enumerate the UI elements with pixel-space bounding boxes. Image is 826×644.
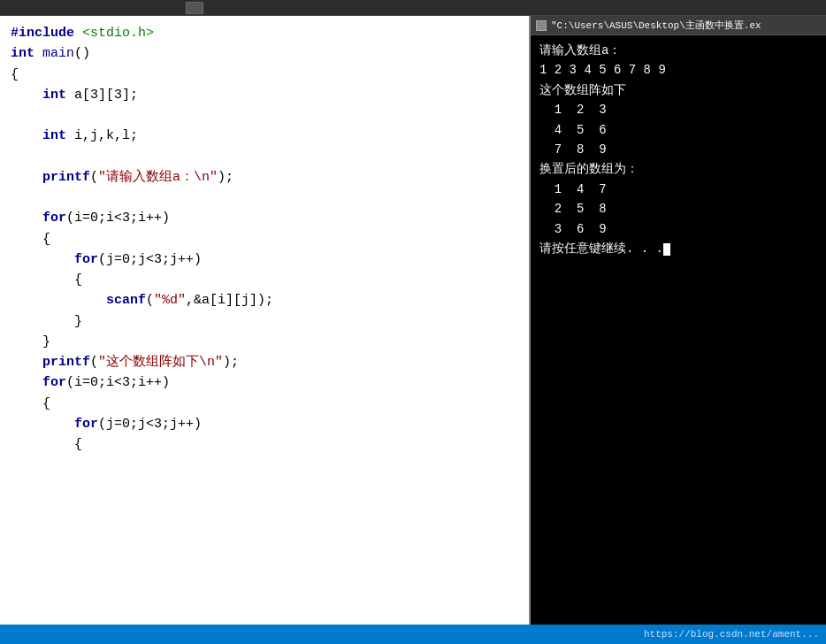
terminal-line-6: 7 8 9 bbox=[539, 142, 607, 157]
main-area: #include <stdio.h> int main() { int a[3]… bbox=[0, 16, 826, 625]
keyword-printf-1: printf bbox=[42, 170, 90, 185]
terminal-cursor bbox=[663, 243, 670, 256]
terminal-line-8: 1 4 7 bbox=[539, 182, 607, 196]
terminal-title: "C:\Users\ASUS\Desktop\主函数中换置.ex bbox=[551, 19, 761, 32]
top-bar bbox=[0, 0, 826, 16]
keyword-for-2: for bbox=[74, 252, 98, 267]
terminal-icon bbox=[536, 20, 547, 31]
terminal-line-11: 请按任意键继续. . . bbox=[539, 242, 670, 256]
keyword-int-a: int bbox=[42, 88, 66, 103]
terminal-line-10: 3 6 9 bbox=[539, 222, 607, 236]
code-content: #include <stdio.h> int main() { int a[3]… bbox=[0, 16, 529, 462]
terminal-line-7: 换置后的数组为： bbox=[539, 162, 639, 176]
keyword-int-vars: int bbox=[42, 128, 66, 143]
status-link[interactable]: https://blog.csdn.net/ament... bbox=[644, 629, 819, 640]
string-format: "%d" bbox=[154, 293, 186, 308]
terminal-body: 请输入数组a： 1 2 3 4 5 6 7 8 9 这个数组阵如下 1 2 3 … bbox=[531, 35, 826, 625]
keyword-for-4: for bbox=[74, 417, 98, 432]
terminal-line-1: 请输入数组a： bbox=[539, 43, 621, 58]
terminal-titlebar: "C:\Users\ASUS\Desktop\主函数中换置.ex bbox=[531, 16, 826, 35]
keyword-printf-2: printf bbox=[42, 355, 90, 370]
keyword-int: int bbox=[11, 46, 34, 61]
string-print-array: "这个数组阵如下\n" bbox=[98, 355, 223, 370]
terminal-line-2: 1 2 3 4 5 6 7 8 9 bbox=[539, 63, 666, 77]
status-bar: https://blog.csdn.net/ament... bbox=[0, 625, 826, 644]
header-file: <stdio.h> bbox=[82, 26, 154, 41]
scroll-indicator[interactable] bbox=[186, 2, 203, 14]
terminal-line-5: 4 5 6 bbox=[539, 123, 607, 137]
string-prompt: "请输入数组a：\n" bbox=[98, 170, 218, 185]
terminal-line-3: 这个数组阵如下 bbox=[539, 83, 626, 97]
terminal-panel: "C:\Users\ASUS\Desktop\主函数中换置.ex 请输入数组a：… bbox=[531, 16, 826, 625]
keyword-scanf: scanf bbox=[106, 293, 146, 308]
keyword-for-3: for bbox=[42, 375, 66, 390]
code-panel: #include <stdio.h> int main() { int a[3]… bbox=[0, 16, 531, 625]
terminal-line-4: 1 2 3 bbox=[539, 103, 607, 117]
function-main: main bbox=[42, 46, 74, 61]
keyword-include: #include bbox=[11, 26, 74, 41]
terminal-line-9: 2 5 8 bbox=[539, 202, 607, 216]
keyword-for-1: for bbox=[42, 211, 66, 226]
